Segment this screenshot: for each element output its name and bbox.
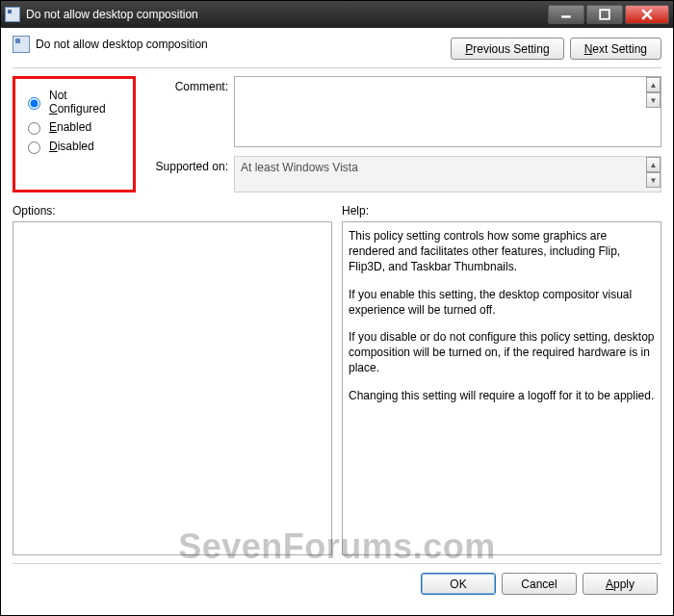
titlebar[interactable]: Do not allow desktop composition — [1, 1, 673, 28]
help-text: If you enable this setting, the desktop … — [349, 287, 655, 318]
help-text: Changing this setting will require a log… — [349, 388, 655, 403]
next-setting-button[interactable]: Next Setting — [570, 38, 661, 60]
comment-label: Comment: — [145, 76, 228, 93]
svg-rect-1 — [600, 10, 609, 19]
supported-on-label: Supported on: — [145, 156, 228, 173]
radio-not-configured-input[interactable] — [28, 97, 40, 110]
radio-enabled[interactable]: Enabled — [23, 119, 125, 135]
help-panel[interactable]: This policy setting controls how some gr… — [342, 221, 661, 555]
help-label: Help: — [342, 204, 661, 218]
apply-button[interactable]: Apply — [583, 573, 658, 595]
radio-enabled-input[interactable] — [28, 122, 40, 135]
radio-disabled-input[interactable] — [28, 141, 40, 154]
supported-scroll-up[interactable]: ▲ — [646, 157, 661, 172]
comment-scroll-down[interactable]: ▼ — [646, 92, 661, 108]
radio-disabled[interactable]: Disabled — [23, 139, 125, 154]
policy-icon — [13, 36, 30, 53]
dialog-window: Do not allow desktop composition Do not … — [0, 0, 674, 616]
policy-name: Do not allow desktop composition — [36, 38, 208, 51]
comment-textarea[interactable] — [234, 76, 661, 147]
previous-setting-button[interactable]: Previous Setting — [451, 38, 563, 60]
dialog-footer: OK Cancel Apply — [13, 563, 661, 603]
ok-button[interactable]: OK — [421, 573, 496, 595]
help-text: If you disable or do not configure this … — [349, 329, 655, 376]
minimize-button[interactable] — [548, 5, 584, 24]
divider — [13, 67, 661, 68]
window-title: Do not allow desktop composition — [26, 8, 548, 21]
options-panel — [13, 221, 332, 555]
supported-scroll-down[interactable]: ▼ — [646, 172, 661, 188]
help-text: This policy setting controls how some gr… — [349, 228, 655, 275]
maximize-button[interactable] — [586, 5, 623, 24]
state-radio-group: Not Configured Enabled Disabled — [13, 76, 136, 192]
cancel-button[interactable]: Cancel — [502, 573, 577, 595]
policy-editor-icon — [5, 7, 20, 22]
radio-not-configured[interactable]: Not Configured — [23, 89, 125, 116]
close-button[interactable] — [625, 5, 669, 24]
options-label: Options: — [13, 204, 332, 218]
supported-on-value: At least Windows Vista — [234, 156, 661, 192]
comment-scroll-up[interactable]: ▲ — [646, 77, 661, 92]
